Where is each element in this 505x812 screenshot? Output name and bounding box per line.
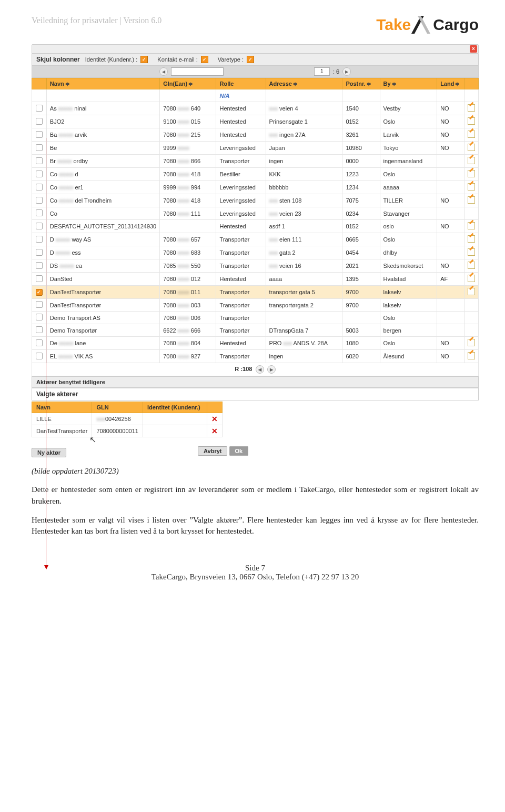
new-actor-button[interactable]: Ny aktør <box>32 448 66 457</box>
row-checkbox[interactable] <box>36 249 43 256</box>
cell-gln: 7080 xxxx 418 <box>160 194 216 207</box>
row-checkbox[interactable] <box>36 314 43 320</box>
col-gln[interactable]: Gln(Ean) <box>160 78 216 89</box>
remove-icon[interactable]: ✕ <box>207 413 222 425</box>
row-checkbox[interactable] <box>36 236 43 243</box>
cancel-button[interactable]: Avbryt <box>198 446 227 456</box>
table-row[interactable]: Demo Transport AS7080 xxxx 006Transportø… <box>32 312 479 324</box>
cell-adresse: xxx eien 111 <box>266 233 342 246</box>
table-row[interactable]: DanSted7080 xxxx 012Hentestedaaaa1395Hva… <box>32 273 479 286</box>
table-row[interactable]: Co xxxxx d7080 xxxx 418BestillerKKK1223O… <box>32 168 479 181</box>
table-row[interactable]: Co xxxxx er19999 xxxx 994Leveringsstedbb… <box>32 181 479 194</box>
table-row[interactable]: De xxxxx lane7080 xxxx 804HentestedPRO x… <box>32 337 479 350</box>
table-row[interactable]: Co xxxxx del Trondheim7080 xxxx 418Lever… <box>32 194 479 207</box>
remove-icon[interactable]: ✕ <box>207 425 222 437</box>
row-checkbox[interactable] <box>36 105 43 112</box>
row-checkbox[interactable] <box>36 131 43 138</box>
edit-icon[interactable] <box>468 288 475 295</box>
row-checkbox[interactable] <box>36 209 43 216</box>
cell-gln: 7080 xxxx 006 <box>160 312 216 324</box>
table-row[interactable]: ✓DanTestTransportør7080 xxxx 011Transpor… <box>32 286 479 299</box>
edit-icon[interactable] <box>468 157 475 164</box>
table-row[interactable]: Br xxxxx ordby7080 xxxx 866Transportørin… <box>32 155 479 168</box>
table-row[interactable]: DS xxxxx ea7085 xxxx 550Transportør xxx … <box>32 259 479 273</box>
row-checkbox[interactable] <box>36 197 43 204</box>
cell-rolle: Hentested <box>216 337 266 350</box>
table-row[interactable]: D xxxxx way AS7080 xxxx 657Transportør x… <box>32 233 479 246</box>
ok-button[interactable]: Ok <box>229 446 249 456</box>
result-prev-icon[interactable]: ◀ <box>256 365 264 374</box>
cell-navn: Co <box>46 207 159 220</box>
cell-by: Oslo <box>380 312 437 324</box>
row-checkbox[interactable] <box>36 301 43 308</box>
row-checkbox[interactable] <box>36 353 43 359</box>
edit-icon[interactable] <box>468 131 475 138</box>
table-row[interactable]: BJO29100 xxxx 015HentestedPrinsensgate 1… <box>32 115 479 128</box>
col-postnr[interactable]: Postnr. <box>342 78 380 89</box>
table-row[interactable]: EL xxxxx VIK AS7080 xxxx 927Transportøri… <box>32 350 479 363</box>
edit-icon[interactable] <box>468 222 475 229</box>
table-row[interactable]: As xxxxx ninal7080 xxxx 640Hentested xxx… <box>32 102 479 115</box>
row-checkbox[interactable] <box>36 171 43 177</box>
edit-icon[interactable] <box>468 339 475 346</box>
table-row[interactable]: Ba xxxxx arvik7080 xxxx 215Hentested xxx… <box>32 128 479 142</box>
row-checkbox[interactable] <box>36 326 43 333</box>
sel-cell-navn: LILLE <box>32 413 92 425</box>
edit-icon[interactable] <box>468 235 475 243</box>
cell-navn: EL xxxxx VIK AS <box>46 350 159 363</box>
edit-icon[interactable] <box>468 170 475 177</box>
hide-columns-bar: Skjul kolonner Identitet (Kundenr.) : ✓ … <box>32 54 479 66</box>
row-checkbox[interactable] <box>36 339 43 346</box>
row-checkbox[interactable] <box>36 144 43 151</box>
hide-col-checkbox[interactable]: ✓ <box>247 56 254 63</box>
edit-icon[interactable] <box>468 117 475 125</box>
cell-navn: Br xxxxx ordby <box>46 155 159 168</box>
cell-land <box>437 207 464 220</box>
row-checkbox[interactable]: ✓ <box>36 289 43 296</box>
hide-col-checkbox[interactable]: ✓ <box>201 56 208 63</box>
result-next-icon[interactable]: ▶ <box>267 365 276 374</box>
row-checkbox[interactable] <box>36 223 43 229</box>
table-row[interactable]: DESPATCH_AUTOTEST_201314124930Hentesteda… <box>32 220 479 233</box>
row-checkbox[interactable] <box>36 275 43 282</box>
close-icon[interactable]: × <box>470 45 477 53</box>
col-adresse[interactable]: Adresse <box>266 78 342 89</box>
edit-icon[interactable] <box>468 144 475 151</box>
cell-gln: 7080 xxxx 111 <box>160 207 216 220</box>
row-checkbox[interactable] <box>36 184 43 191</box>
edit-icon[interactable] <box>468 262 475 269</box>
col-rolle[interactable]: Rolle <box>216 78 266 89</box>
row-checkbox[interactable] <box>36 157 43 164</box>
table-row[interactable]: Co7080 xxxx 111Leveringssted xxx veien 2… <box>32 207 479 220</box>
pager-prev-icon[interactable]: ◀ <box>159 67 168 76</box>
prev-actors-header[interactable]: Aktører benyttet tidligere <box>32 376 479 388</box>
hide-col-item: Identitet (Kundenr.) : <box>85 56 138 63</box>
col-navn[interactable]: Navn <box>46 78 159 89</box>
edit-icon[interactable] <box>468 104 475 112</box>
col-land[interactable]: Land <box>437 78 464 89</box>
pager-next-icon[interactable]: ▶ <box>342 67 351 76</box>
cell-rolle: Transportør <box>216 312 266 324</box>
edit-icon[interactable] <box>468 275 475 282</box>
table-row[interactable]: DanTestTransportør7080 xxxx 003Transport… <box>32 299 479 312</box>
row-checkbox[interactable] <box>36 118 43 125</box>
cell-land <box>437 286 464 299</box>
cell-navn: DanTestTransportør <box>46 299 159 312</box>
cell-gln: 7080 xxxx 657 <box>160 233 216 246</box>
table-row[interactable]: D xxxxx ess7080 xxxx 683Transportør xxx … <box>32 246 479 259</box>
edit-icon[interactable] <box>468 183 475 191</box>
edit-icon[interactable] <box>468 196 475 204</box>
cell-postnr: 1540 <box>342 102 380 115</box>
hide-col-checkbox[interactable]: ✓ <box>140 56 148 63</box>
cell-gln: 9100 xxxx 015 <box>160 115 216 128</box>
edit-icon[interactable] <box>468 248 475 256</box>
table-row[interactable]: Demo Transportør6622 xxxx 666Transportør… <box>32 324 479 337</box>
row-checkbox[interactable] <box>36 262 43 269</box>
cell-land: NO <box>437 259 464 273</box>
filter-input[interactable] <box>171 67 224 76</box>
edit-icon[interactable] <box>468 352 475 359</box>
col-by[interactable]: By <box>380 78 437 89</box>
table-row[interactable]: Be9999 xxxx LeveringsstedJapan10980Tokyo… <box>32 142 479 155</box>
cell-land <box>437 312 464 324</box>
body-paragraph: Hentesteder som er valgt vil vises i lis… <box>32 515 479 538</box>
